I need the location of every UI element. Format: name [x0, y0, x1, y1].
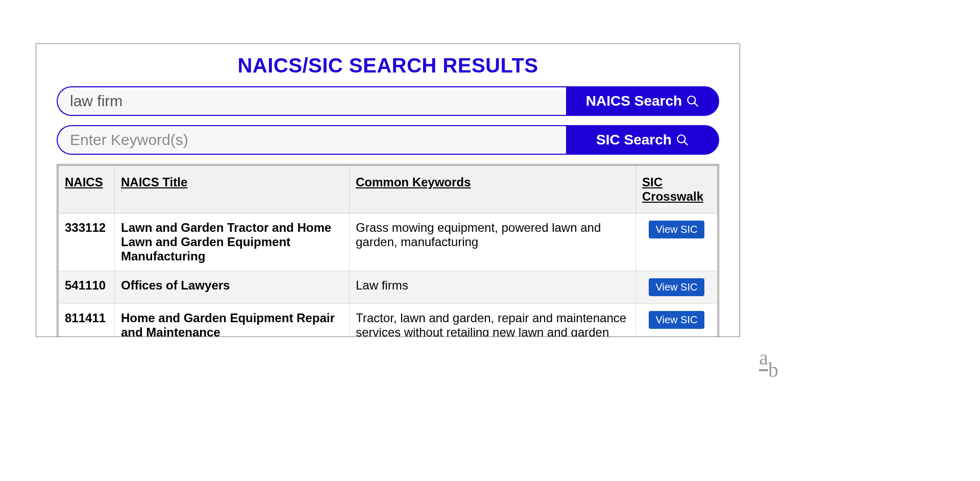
search-icon: [686, 94, 699, 108]
naics-search-button-label: NAICS Search: [586, 93, 682, 109]
page-title: NAICS/SIC SEARCH RESULTS: [36, 54, 740, 77]
search-block: NAICS Search SIC Search: [57, 86, 719, 155]
search-icon: [676, 133, 689, 147]
cell-keywords: Law firms: [350, 271, 636, 304]
naics-search-button[interactable]: NAICS Search: [566, 86, 719, 116]
results-table-wrap: NAICS NAICS Title Common Keywords SIC Cr…: [57, 164, 719, 337]
cell-sic-crosswalk: View SIC: [636, 213, 718, 271]
search-results-panel: NAICS/SIC SEARCH RESULTS NAICS Search SI…: [36, 43, 740, 337]
naics-search-row: NAICS Search: [57, 86, 719, 116]
sic-search-input[interactable]: [57, 125, 566, 155]
naics-search-input[interactable]: [57, 86, 566, 116]
view-sic-button[interactable]: View SIC: [649, 311, 705, 329]
table-row: 541110 Offices of Lawyers Law firms View…: [59, 271, 718, 304]
cell-keywords: Tractor, lawn and garden, repair and mai…: [350, 304, 636, 338]
header-sic-crosswalk[interactable]: SIC Crosswalk: [636, 166, 718, 213]
cell-keywords: Grass mowing equipment, powered lawn and…: [350, 213, 636, 271]
table-row: 811411 Home and Garden Equipment Repair …: [59, 304, 718, 338]
header-naics[interactable]: NAICS: [59, 166, 115, 213]
cell-naics-title[interactable]: Lawn and Garden Tractor and Home Lawn an…: [115, 213, 350, 271]
results-header-row: NAICS NAICS Title Common Keywords SIC Cr…: [59, 166, 718, 213]
cell-naics-title[interactable]: Home and Garden Equipment Repair and Mai…: [115, 304, 350, 338]
sic-search-button-label: SIC Search: [596, 132, 672, 148]
ab-watermark: ab: [759, 348, 778, 371]
cell-sic-crosswalk: View SIC: [636, 271, 718, 304]
cell-sic-crosswalk: View SIC: [636, 304, 718, 338]
view-sic-button[interactable]: View SIC: [649, 278, 705, 296]
cell-naics-code: 333112: [59, 213, 115, 271]
header-naics-title[interactable]: NAICS Title: [115, 166, 350, 213]
cell-naics-code: 541110: [59, 271, 115, 304]
sic-search-row: SIC Search: [57, 125, 719, 155]
cell-naics-code: 811411: [59, 304, 115, 338]
header-common-keywords[interactable]: Common Keywords: [350, 166, 636, 213]
view-sic-button[interactable]: View SIC: [649, 221, 705, 238]
watermark-b: b: [768, 360, 778, 380]
watermark-a: a: [759, 348, 768, 371]
table-row: 333112 Lawn and Garden Tractor and Home …: [59, 213, 718, 271]
sic-search-button[interactable]: SIC Search: [566, 125, 719, 155]
results-table: NAICS NAICS Title Common Keywords SIC Cr…: [58, 165, 718, 337]
cell-naics-title[interactable]: Offices of Lawyers: [115, 271, 350, 304]
